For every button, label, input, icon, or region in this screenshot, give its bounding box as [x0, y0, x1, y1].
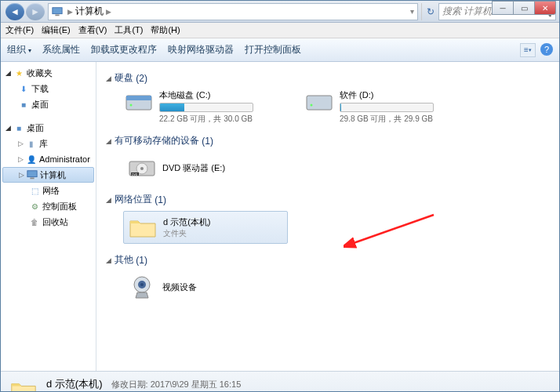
- sidebar-control-panel[interactable]: ⚙ 控制面板: [1, 198, 96, 214]
- expand-icon[interactable]: ▷: [18, 155, 26, 163]
- network-folder[interactable]: d 示范(本机) 文件夹: [123, 211, 288, 244]
- item-label: DVD 驱动器 (E:): [162, 162, 225, 174]
- toolbar-organize[interactable]: 组织 ▾: [7, 43, 31, 56]
- control-panel-icon: ⚙: [29, 201, 40, 212]
- network-icon: ⬚: [29, 185, 40, 196]
- toolbar: 组织 ▾ 系统属性 卸载或更改程序 映射网络驱动器 打开控制面板 ≡ ▾ ?: [1, 38, 559, 62]
- svg-point-6: [130, 104, 133, 107]
- sidebar-libraries[interactable]: ▷ ▮ 库: [1, 136, 96, 151]
- drive-c[interactable]: 本地磁盘 (C:) 22.2 GB 可用，共 30.0 GB: [123, 89, 288, 125]
- back-button[interactable]: ◄: [5, 3, 24, 20]
- desktop-icon: ■: [13, 122, 24, 133]
- svg-point-11: [140, 167, 144, 170]
- library-icon: ▮: [26, 138, 37, 149]
- drive-d[interactable]: 软件 (D:) 29.8 GB 可用，共 29.9 GB: [304, 89, 468, 125]
- status-meta-value: 2017\9\29 星期五 16:15: [151, 379, 242, 389]
- view-options-button[interactable]: ≡ ▾: [520, 43, 536, 57]
- recycle-bin-icon: 🗑: [29, 216, 40, 227]
- toolbar-uninstall[interactable]: 卸载或更改程序: [91, 43, 157, 56]
- sidebar-network[interactable]: ⬚ 网络: [1, 183, 96, 198]
- minimize-button[interactable]: ─: [492, 1, 514, 15]
- sidebar-recycle[interactable]: 🗑 回收站: [1, 214, 96, 230]
- dvd-icon: DVD: [126, 155, 158, 180]
- hard-drive-icon: [304, 89, 335, 114]
- section-network-location[interactable]: ◢ 网络位置 (1): [106, 193, 550, 206]
- toolbar-map-drive[interactable]: 映射网络驱动器: [168, 43, 234, 56]
- chevron-right-icon: ▶: [106, 8, 111, 16]
- sidebar-desktop-fav[interactable]: ■ 桌面: [1, 96, 96, 112]
- sidebar-favorites[interactable]: ◢ ★ 收藏夹: [1, 65, 96, 81]
- menu-edit[interactable]: 编辑(E): [42, 24, 71, 36]
- hard-drive-icon: [123, 89, 155, 114]
- dvd-drive[interactable]: DVD DVD 驱动器 (E:): [123, 152, 288, 183]
- drive-label: 软件 (D:): [340, 89, 434, 101]
- section-hard-drives[interactable]: ◢ 硬盘 (2): [106, 71, 550, 85]
- refresh-button[interactable]: ↻: [421, 3, 438, 20]
- svg-rect-0: [53, 7, 62, 13]
- toolbar-properties[interactable]: 系统属性: [42, 43, 80, 56]
- status-meta-label: 修改日期:: [111, 379, 148, 389]
- svg-rect-5: [126, 96, 151, 100]
- video-device[interactable]: 视频设备: [123, 271, 288, 303]
- chevron-right-icon: ▶: [67, 8, 73, 16]
- titlebar: ◄ ► ▶ 计算机 ▶ ▾ ↻ 搜索 计算机 🔍: [1, 1, 559, 23]
- capacity-bar: [340, 103, 434, 112]
- collapse-icon: ◢: [106, 196, 111, 204]
- svg-point-16: [140, 283, 144, 286]
- window-controls: ─ ▭ ✕: [493, 1, 556, 15]
- close-button[interactable]: ✕: [534, 1, 556, 15]
- item-label: d 示范(本机): [163, 216, 211, 228]
- main-area: ◢ ★ 收藏夹 ⬇ 下载 ■ 桌面 ◢ ■ 桌面 ▷ ▮ 库 ▷ 👤 Admin…: [1, 62, 559, 371]
- drive-label: 本地磁盘 (C:): [159, 89, 253, 101]
- statusbar: d 示范(本机) 修改日期: 2017\9\29 星期五 16:15 文件夹: [1, 371, 559, 392]
- svg-rect-1: [55, 14, 59, 16]
- item-type: 文件夹: [163, 228, 211, 239]
- svg-rect-2: [27, 171, 37, 177]
- svg-rect-7: [307, 96, 332, 110]
- capacity-text: 29.8 GB 可用，共 29.9 GB: [340, 114, 434, 125]
- content-pane: ◢ 硬盘 (2) 本地磁盘 (C:) 22.2 GB 可用，共 30.0 GB: [96, 62, 559, 371]
- menu-tools[interactable]: 工具(T): [115, 24, 143, 36]
- dropdown-icon[interactable]: ▾: [410, 7, 414, 16]
- section-other[interactable]: ◢ 其他 (1): [106, 253, 550, 267]
- section-removable[interactable]: ◢ 有可移动存储的设备 (1): [106, 134, 550, 147]
- folder-icon: [9, 378, 38, 393]
- folder-icon: [127, 215, 158, 240]
- collapse-icon[interactable]: ◢: [5, 124, 13, 132]
- computer-icon: [52, 6, 63, 17]
- forward-button[interactable]: ►: [26, 3, 45, 20]
- item-label: 视频设备: [162, 281, 197, 293]
- capacity-bar: [159, 103, 253, 112]
- capacity-text: 22.2 GB 可用，共 30.0 GB: [159, 114, 253, 125]
- search-placeholder: 搜索 计算机: [442, 5, 492, 18]
- webcam-icon: [126, 274, 158, 299]
- collapse-icon[interactable]: ◢: [5, 69, 13, 77]
- expand-icon[interactable]: ▷: [18, 140, 26, 147]
- menu-help[interactable]: 帮助(H): [151, 24, 180, 36]
- computer-icon: [27, 169, 38, 180]
- annotation-arrow: [344, 211, 438, 250]
- svg-point-8: [311, 104, 313, 107]
- sidebar-desktop[interactable]: ◢ ■ 桌面: [1, 120, 96, 136]
- sidebar-admin[interactable]: ▷ 👤 Administrator: [1, 151, 96, 167]
- help-button[interactable]: ?: [540, 43, 553, 56]
- breadcrumb[interactable]: ▶ 计算机 ▶ ▾: [48, 3, 418, 20]
- status-item-name: d 示范(本机): [46, 378, 103, 390]
- download-icon: ⬇: [18, 83, 29, 94]
- toolbar-control-panel[interactable]: 打开控制面板: [245, 43, 301, 56]
- collapse-icon: ◢: [106, 137, 111, 145]
- menu-file[interactable]: 文件(F): [5, 24, 34, 36]
- menu-view[interactable]: 查看(V): [78, 24, 107, 36]
- sidebar: ◢ ★ 收藏夹 ⬇ 下载 ■ 桌面 ◢ ■ 桌面 ▷ ▮ 库 ▷ 👤 Admin…: [1, 62, 96, 371]
- svg-rect-3: [30, 178, 34, 180]
- sidebar-computer[interactable]: ▷ 计算机: [2, 167, 94, 183]
- svg-text:DVD: DVD: [132, 173, 138, 176]
- user-icon: 👤: [26, 154, 37, 165]
- sidebar-downloads[interactable]: ⬇ 下载: [1, 81, 96, 96]
- maximize-button[interactable]: ▭: [513, 1, 535, 15]
- expand-icon[interactable]: ▷: [19, 171, 27, 179]
- collapse-icon: ◢: [106, 256, 111, 264]
- menubar: 文件(F) 编辑(E) 查看(V) 工具(T) 帮助(H): [1, 23, 559, 38]
- breadcrumb-item[interactable]: 计算机: [75, 5, 104, 18]
- desktop-icon: ■: [18, 99, 29, 110]
